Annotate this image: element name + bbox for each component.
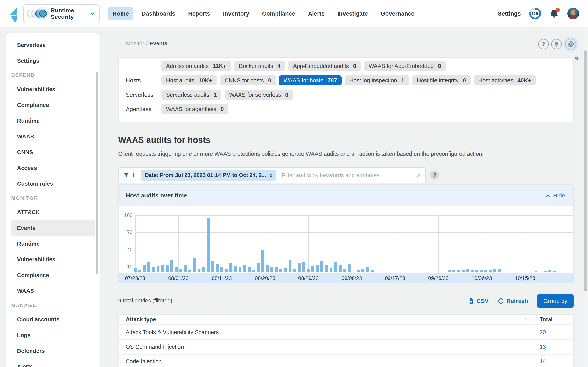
bar-day-8[interactable]	[170, 260, 173, 272]
bar-day-73[interactable]	[466, 269, 469, 272]
chip-host-log-inspection[interactable]: Host log inspection1	[345, 75, 409, 85]
bar-day-52[interactable]	[371, 270, 373, 272]
bar-day-33[interactable]	[284, 267, 287, 272]
chip-waas-for-app-embedded[interactable]: WAAS for App-Embedded0	[364, 61, 446, 71]
chip-app-embedded-audits[interactable]: App-Embedded audits0	[288, 61, 361, 71]
total-link[interactable]: 13	[540, 344, 546, 350]
table-row[interactable]: OS Command Injection13	[119, 340, 573, 355]
chip-waas-for-serverless[interactable]: WAAS for serverless0	[225, 90, 293, 100]
date-filter-chip[interactable]: Date: From Jul 23, 2023 01:14 PM to Oct …	[141, 170, 277, 181]
bar-day-48[interactable]	[352, 272, 355, 272]
bar-day-80[interactable]	[498, 269, 501, 272]
total-link[interactable]: 20	[540, 329, 546, 335]
sidebar-item-waas[interactable]: WAAS	[11, 129, 95, 144]
bar-day-77[interactable]	[484, 270, 487, 272]
column-total[interactable]: Total	[540, 316, 553, 323]
bar-day-30[interactable]	[270, 267, 273, 272]
bar-day-41[interactable]	[320, 261, 323, 272]
help-icon[interactable]: ?	[538, 39, 549, 49]
sidebar-scrollbar[interactable]	[96, 72, 98, 274]
bar-day-27[interactable]	[257, 263, 259, 272]
bar-day-74[interactable]	[471, 270, 474, 272]
bar-day-75[interactable]	[476, 270, 478, 272]
bar-day-72[interactable]	[462, 270, 465, 272]
sidebar-item-runtime[interactable]: Runtime	[11, 113, 95, 129]
bar-day-20[interactable]	[225, 269, 228, 272]
sidebar-item-serverless[interactable]: Serverless	[11, 37, 95, 53]
bar-day-25[interactable]	[248, 267, 251, 272]
bar-day-43[interactable]	[329, 267, 332, 272]
bar-day-40[interactable]	[316, 265, 319, 272]
filter-help-icon[interactable]: ?	[430, 171, 439, 180]
sidebar-item-custom-rules[interactable]: Custom rules	[11, 176, 95, 192]
sidebar-item-cnns[interactable]: CNNS	[11, 144, 95, 160]
sidebar-item-waas[interactable]: WAAS	[11, 283, 95, 299]
bar-day-11[interactable]	[184, 266, 187, 272]
bar-day-6[interactable]	[161, 265, 164, 272]
bar-day-4[interactable]	[152, 267, 155, 272]
bar-day-36[interactable]	[298, 263, 301, 272]
nav-inventory[interactable]: Inventory	[218, 7, 254, 20]
bar-day-18[interactable]	[216, 264, 219, 272]
table-row[interactable]: Code Injection14	[119, 355, 573, 367]
column-attack-type[interactable]: Attack type	[119, 316, 573, 323]
bar-day-23[interactable]	[239, 267, 242, 272]
bar-day-51[interactable]	[366, 267, 369, 272]
bar-day-78[interactable]	[489, 270, 492, 272]
bar-day-24[interactable]	[243, 265, 246, 272]
bar-day-9[interactable]	[175, 267, 178, 272]
bar-day-1[interactable]	[138, 270, 141, 272]
bar-day-90[interactable]	[544, 271, 547, 272]
bar-day-37[interactable]	[302, 262, 305, 272]
bar-day-39[interactable]	[311, 266, 314, 272]
filter-input[interactable]: Filter audits by keywords and attributes	[282, 172, 417, 178]
usage-ring[interactable]: 80%	[529, 8, 541, 19]
bar-day-91[interactable]	[548, 270, 551, 272]
sidebar-item-defenders[interactable]: Defenders	[11, 343, 95, 359]
sidebar-item-vulnerabilities[interactable]: Vulnerabilities	[11, 252, 95, 267]
chart-hide-button[interactable]: Hide	[547, 192, 565, 199]
sidebar-item-alerts[interactable]: Alerts	[11, 359, 95, 367]
nav-investigate[interactable]: Investigate	[333, 7, 372, 20]
nav-compliance[interactable]: Compliance	[258, 7, 300, 20]
bar-day-15[interactable]	[202, 267, 205, 272]
refresh-button[interactable]: Refresh	[498, 298, 528, 304]
user-avatar[interactable]	[567, 8, 579, 19]
bar-day-28[interactable]	[261, 250, 264, 272]
group-by-button[interactable]: Group by	[537, 294, 574, 308]
bar-day-14[interactable]	[198, 269, 200, 272]
nav-reports[interactable]: Reports	[184, 7, 215, 20]
bar-day-69[interactable]	[448, 270, 451, 272]
bar-day-3[interactable]	[147, 262, 150, 272]
sidebar-item-compliance[interactable]: Compliance	[11, 267, 95, 283]
product-switcher[interactable]: Runtime Security	[23, 4, 100, 23]
chip-host-activities[interactable]: Host activities40K+	[474, 75, 536, 85]
filter-bar[interactable]: 1 Date: From Jul 23, 2023 01:14 PM to Oc…	[118, 167, 426, 183]
clear-filter-icon[interactable]: ×	[417, 171, 421, 179]
sidebar-item-compliance[interactable]: Compliance	[11, 97, 95, 113]
bar-day-21[interactable]	[229, 263, 232, 272]
sort-ascending-icon[interactable]: ↑	[524, 316, 527, 324]
bar-day-70[interactable]	[452, 270, 455, 272]
bar-day-44[interactable]	[334, 262, 337, 272]
nav-home[interactable]: Home	[108, 7, 133, 20]
bar-day-50[interactable]	[362, 269, 364, 272]
nav-alerts[interactable]: Alerts	[303, 7, 329, 20]
bar-day-26[interactable]	[252, 270, 255, 272]
bar-day-76[interactable]	[480, 270, 483, 272]
chip-waas-for-agentless[interactable]: WAAS for agentless0	[161, 104, 228, 114]
scanning-status-icon[interactable]	[565, 39, 576, 49]
bar-day-42[interactable]	[325, 266, 328, 272]
total-link[interactable]: 14	[540, 358, 546, 365]
bar-day-47[interactable]	[348, 264, 351, 272]
sidebar-item-cloud-accounts[interactable]: Cloud accounts	[11, 312, 95, 327]
bar-day-45[interactable]	[339, 265, 342, 272]
notifications-bell-icon[interactable]	[550, 8, 559, 19]
sidebar-item-settings[interactable]: Settings	[11, 53, 95, 69]
chip-host-audits[interactable]: Host audits10K+	[161, 75, 217, 85]
chip-waas-for-hosts[interactable]: WAAS for hosts787	[279, 75, 342, 85]
bar-day-5[interactable]	[156, 266, 159, 272]
bar-day-29[interactable]	[266, 265, 269, 272]
settings-link[interactable]: Settings	[498, 10, 521, 17]
sidebar-item-vulnerabilities[interactable]: Vulnerabilities	[11, 82, 95, 97]
